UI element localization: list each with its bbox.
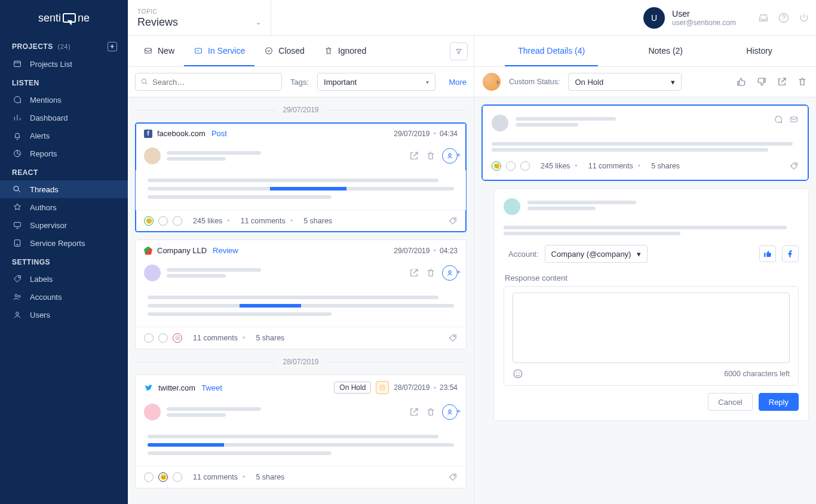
sentiment-positive-icon[interactable]: [144, 333, 154, 343]
more-link[interactable]: More: [449, 78, 467, 87]
mail-icon[interactable]: [789, 115, 799, 124]
sidebar-item-supervisor[interactable]: Supervisor: [0, 216, 128, 234]
emoji-icon[interactable]: [513, 368, 523, 379]
stat-likes: 245 likes: [541, 162, 570, 170]
tab-history[interactable]: History: [733, 36, 786, 66]
sidebar-item-projects-list[interactable]: Projects List: [0, 55, 128, 73]
external-link-icon[interactable]: [409, 407, 419, 417]
tab-in-service[interactable]: In Service: [184, 36, 254, 66]
assign-button[interactable]: +: [442, 148, 458, 164]
thread-card[interactable]: Company LLD Review 29/07/2019 • 04:23: [135, 239, 467, 349]
delete-icon[interactable]: [425, 150, 436, 161]
sidebar-item-threads[interactable]: Threads: [0, 180, 128, 198]
sentiment-neutral-icon[interactable]: [506, 161, 516, 171]
sidebar-item-service-reports[interactable]: Service Reports: [0, 234, 128, 252]
report-icon: [12, 238, 23, 248]
stat-shares: 5 shares: [256, 473, 284, 481]
tag-icon[interactable]: [448, 216, 458, 226]
svg-point-14: [142, 79, 146, 83]
inbox-icon[interactable]: [757, 12, 769, 24]
message-card: Account: Company (@company) ▾: [493, 188, 809, 421]
delete-icon[interactable]: [425, 268, 436, 278]
delete-icon[interactable]: [797, 76, 808, 87]
reply-card: 6000 characters left: [504, 286, 799, 386]
delete-icon[interactable]: [425, 407, 436, 417]
sentiment-positive-icon[interactable]: 🙂: [492, 161, 501, 171]
accounts-icon: [12, 291, 23, 302]
search-input-wrap[interactable]: [135, 73, 282, 91]
account-select[interactable]: Company (@company) ▾: [545, 245, 648, 263]
note-badge-icon[interactable]: [376, 381, 389, 394]
thread-card[interactable]: f facebook.com Post 29/07/2019 • 04:34: [135, 122, 467, 232]
svg-rect-11: [145, 48, 152, 53]
sidebar-item-label: Users: [30, 311, 50, 319]
thumbs-up-icon[interactable]: [736, 76, 747, 87]
details-panel: Thread Details (4) Notes (2) History Cus…: [474, 36, 816, 504]
sidebar-item-accounts[interactable]: Accounts: [0, 288, 128, 306]
sentiment-negative-icon[interactable]: [173, 472, 182, 482]
sidebar-item-alerts[interactable]: Alerts: [0, 127, 128, 145]
sentiment-positive-icon[interactable]: 🙂: [144, 216, 154, 226]
card-date: 28/07/2019: [394, 383, 430, 392]
add-project-button[interactable]: +: [108, 42, 117, 51]
tab-notes[interactable]: Notes (2): [635, 36, 696, 66]
sentiment-negative-icon[interactable]: [520, 161, 530, 171]
sentiment-positive-icon[interactable]: [144, 472, 154, 482]
external-link-icon[interactable]: [409, 268, 419, 278]
status-select[interactable]: On Hold ▾: [568, 73, 682, 91]
sentiment-neutral-icon[interactable]: 😐: [158, 472, 168, 482]
sidebar-item-authors[interactable]: Authors: [0, 198, 128, 216]
tab-thread-details[interactable]: Thread Details (4): [505, 36, 598, 66]
source-name: facebook.com: [157, 129, 205, 138]
svg-rect-22: [791, 117, 797, 122]
tag-icon[interactable]: [448, 472, 458, 482]
filter-button[interactable]: [450, 42, 468, 60]
sidebar-item-mentions[interactable]: Mentions: [0, 91, 128, 109]
tags-select[interactable]: Important ▾: [317, 73, 435, 91]
sentiment-negative-icon[interactable]: ☹: [173, 333, 182, 343]
button-label: Reply: [769, 398, 789, 407]
assign-button[interactable]: +: [442, 265, 458, 281]
comment-icon[interactable]: [774, 115, 783, 124]
reply-textarea[interactable]: [513, 293, 790, 363]
tab-closed[interactable]: Closed: [254, 36, 314, 66]
assignee-avatar[interactable]: [483, 73, 501, 91]
date-separator: 29/07/2019: [128, 106, 474, 114]
power-icon[interactable]: [798, 12, 810, 24]
thread-scroll[interactable]: 29/07/2019 f facebook.com Post 29/07/201…: [128, 97, 474, 504]
content-type: Review: [213, 246, 238, 255]
tab-ignored[interactable]: Ignored: [314, 36, 376, 66]
sidebar-section-react: REACT: [0, 162, 128, 180]
sidebar-item-dashboard[interactable]: Dashboard: [0, 109, 128, 127]
sidebar-item-labels[interactable]: Labels: [0, 270, 128, 288]
reply-button[interactable]: Reply: [759, 393, 799, 411]
sidebar-item-users[interactable]: Users: [0, 306, 128, 324]
thumbs-down-icon[interactable]: [756, 76, 767, 87]
avatar: U: [643, 7, 665, 29]
tags-label: Tags:: [290, 78, 309, 87]
sentiment-neutral-icon[interactable]: [158, 333, 168, 343]
sentiment-neutral-icon[interactable]: [158, 216, 168, 226]
thread-card[interactable]: twitter.com Tweet On Hold 28/07/2019 • 2…: [135, 374, 467, 488]
details-body[interactable]: 🙂 245 likes • 11 comments • 5 shares: [474, 97, 816, 504]
help-icon[interactable]: [778, 12, 790, 24]
tag-icon[interactable]: [789, 161, 799, 171]
brand-name-post: ne: [78, 12, 90, 24]
author-avatar: [144, 265, 161, 281]
tags-value: Important: [324, 78, 357, 87]
assign-button[interactable]: +: [442, 404, 458, 420]
sidebar-item-reports[interactable]: Reports: [0, 145, 128, 162]
external-link-icon[interactable]: [777, 76, 787, 87]
card-time: 04:23: [440, 247, 458, 255]
like-icon[interactable]: [759, 245, 776, 262]
search-input[interactable]: [152, 78, 277, 87]
facebook-icon[interactable]: [782, 245, 799, 262]
topic-selector[interactable]: TOPIC Reviews ⌄: [128, 0, 271, 35]
list-icon: [12, 59, 23, 69]
sentiment-negative-icon[interactable]: [173, 216, 182, 226]
user-block[interactable]: U User user@sentione.com: [636, 0, 743, 35]
tag-icon[interactable]: [448, 333, 458, 343]
tab-new[interactable]: New: [134, 36, 184, 66]
cancel-button[interactable]: Cancel: [708, 393, 752, 411]
external-link-icon[interactable]: [409, 150, 419, 161]
